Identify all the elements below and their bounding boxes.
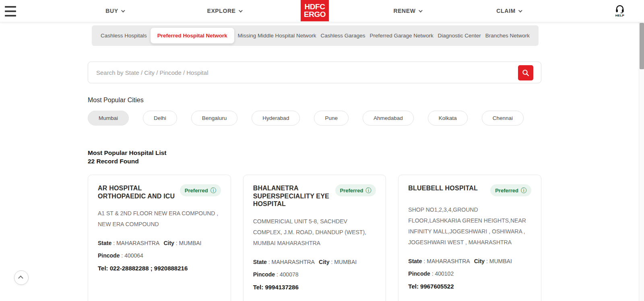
badge-label: Preferred <box>340 188 363 194</box>
nav-renew-label: RENEW <box>393 8 415 14</box>
city-pill-mumbai[interactable]: Mumbai <box>88 111 129 126</box>
city-pill-delhi[interactable]: Delhi <box>143 111 177 126</box>
hospital-name: AR HOSPITAL ORTHOPAEDIC AND ICU <box>98 184 180 200</box>
network-tabs: Cashless Hospitals Preferred Hospital Ne… <box>92 25 539 46</box>
city-pill-pune[interactable]: Pune <box>314 111 349 126</box>
hospital-card: AR HOSPITAL ORTHOPAEDIC AND ICU Preferre… <box>88 175 231 301</box>
hospital-address: SHOP NO1,2,3,4,GROUND FLOOR,LASHKARIA GR… <box>408 204 531 248</box>
state-city-line: State : MAHARASHTRA City : MUMBAI <box>98 240 221 246</box>
tab-missing-middle-hospital-network[interactable]: Missing Middle Hospital Network <box>237 30 317 41</box>
logo-line2: ERGO <box>304 11 326 19</box>
state-city-line: State : MAHARASHTRA City : MUMBAI <box>408 258 531 264</box>
nav-buy-label: BUY <box>105 8 118 14</box>
results-count: 22 Record Found <box>88 157 541 165</box>
preferred-badge: Preferred ⓘ <box>335 184 376 196</box>
hospital-card: BHALANETRA SUPERSPECIALITY EYE HOSPITAL … <box>243 175 386 301</box>
preferred-badge: Preferred ⓘ <box>490 184 531 196</box>
hospital-cards: AR HOSPITAL ORTHOPAEDIC AND ICU Preferre… <box>88 175 541 301</box>
chevron-down-icon <box>518 8 522 12</box>
pincode-line: Pincode : 400078 <box>253 271 376 278</box>
scrollbar[interactable] <box>639 0 644 301</box>
nav-buy[interactable]: BUY <box>105 8 124 14</box>
chevron-down-icon <box>239 8 243 12</box>
chevron-up-icon <box>18 275 23 280</box>
tab-cashless-hospitals[interactable]: Cashless Hospitals <box>100 30 148 41</box>
popular-cities-title: Most Popular Cities <box>88 97 541 104</box>
badge-label: Preferred <box>185 188 208 194</box>
telephone-line: Tel: 022-28882288 ; 9920888216 <box>98 265 221 272</box>
tab-preferred-garage-network[interactable]: Preferred Garage Network <box>369 30 434 41</box>
chevron-down-icon <box>121 8 125 12</box>
nav-claim-label: CLAIM <box>496 8 515 14</box>
search-input[interactable] <box>88 62 541 83</box>
city-pill-hyderabad[interactable]: Hyderabad <box>252 111 300 126</box>
city-pill-ahmedabad[interactable]: Ahmedabad <box>363 111 414 126</box>
hospital-address: A1 ST & 2ND FLOOR NEW ERA COMPOUND , NEW… <box>98 208 221 230</box>
city-pill-kolkata[interactable]: Kolkata <box>428 111 468 126</box>
search-button[interactable] <box>518 65 533 80</box>
logo-line1: HDFC <box>305 3 325 11</box>
menu-icon[interactable] <box>5 6 17 16</box>
info-icon[interactable]: ⓘ <box>365 188 371 193</box>
nav-renew[interactable]: RENEW <box>393 8 422 14</box>
top-nav: BUY EXPLORE HDFC ERGO RENEW CLAIM HE <box>0 0 644 22</box>
tab-diagnostic-center[interactable]: Diagnostic Center <box>437 30 482 41</box>
preferred-badge: Preferred ⓘ <box>180 184 221 196</box>
nav-explore[interactable]: EXPLORE <box>207 8 242 14</box>
search-bar <box>88 62 541 83</box>
pincode-line: Pincode : 400102 <box>408 270 531 277</box>
hospital-name: BHALANETRA SUPERSPECIALITY EYE HOSPITAL <box>253 184 335 208</box>
city-pill-chennai[interactable]: Chennai <box>482 111 524 126</box>
scroll-to-top-button[interactable] <box>14 270 29 285</box>
headset-icon <box>615 4 625 13</box>
state-city-line: State : MAHARASHTRA City : MUMBAI <box>253 259 376 265</box>
nav-explore-label: EXPLORE <box>207 8 235 14</box>
city-pills: Mumbai Delhi Bengaluru Hyderabad Pune Ah… <box>88 111 541 126</box>
hospital-name: BLUEBELL HOSPITAL <box>408 184 490 192</box>
tab-branches-network[interactable]: Branches Network <box>485 30 530 41</box>
main-content: Most Popular Cities Mumbai Delhi Bengalu… <box>88 62 541 301</box>
nav-claim[interactable]: CLAIM <box>496 8 522 14</box>
search-icon <box>522 69 529 76</box>
hospital-address: COMMERICIAL UNIT 5-8, SACHDEV COMPLEX, J… <box>253 216 376 249</box>
help-button[interactable]: HELP <box>615 4 625 17</box>
telephone-line: Tel: 9994137286 <box>253 284 376 291</box>
info-icon[interactable]: ⓘ <box>521 188 526 193</box>
telephone-line: Tel: 9967605522 <box>408 283 531 290</box>
results-title: Most Popular Hospital List <box>88 148 541 157</box>
pincode-line: Pincode : 400064 <box>98 252 221 259</box>
scrollbar-thumb[interactable] <box>640 23 644 69</box>
hdfc-ergo-logo[interactable]: HDFC ERGO <box>301 0 329 21</box>
info-icon[interactable]: ⓘ <box>211 188 216 193</box>
tab-preferred-hospital-network[interactable]: Preferred Hospital Network <box>151 28 234 43</box>
hospital-card: BLUEBELL HOSPITAL Preferred ⓘ SHOP NO1,2… <box>398 175 541 301</box>
help-label: HELP <box>615 14 625 17</box>
tab-cashless-garages[interactable]: Cashless Garages <box>320 30 366 41</box>
city-pill-bengaluru[interactable]: Bengaluru <box>191 111 238 126</box>
chevron-down-icon <box>419 8 423 12</box>
results-header: Most Popular Hospital List 22 Record Fou… <box>88 148 541 165</box>
page: BUY EXPLORE HDFC ERGO RENEW CLAIM HE <box>0 0 644 301</box>
badge-label: Preferred <box>495 188 518 194</box>
